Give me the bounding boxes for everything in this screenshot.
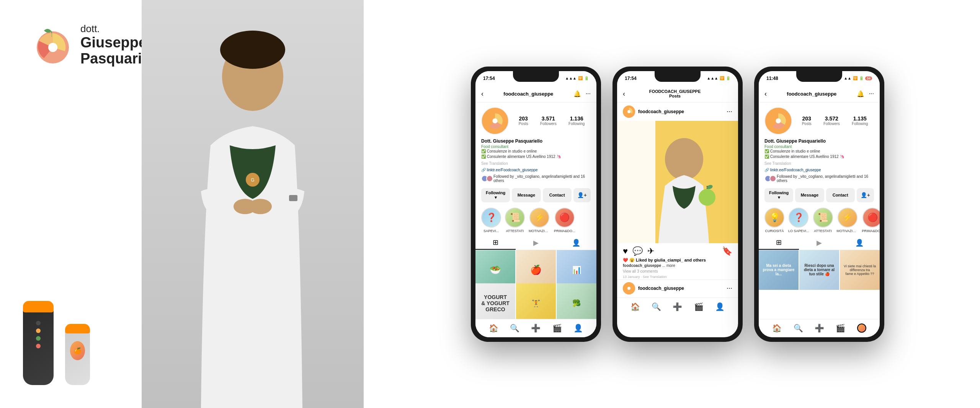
shaker-dot (36, 321, 41, 325)
add-icon-2[interactable]: ➕ (673, 302, 682, 311)
more-icon-1[interactable]: ··· (586, 90, 591, 97)
highlight-item-1c[interactable]: ⚡ MOTIVAZIO... (529, 208, 550, 233)
doctor-silhouette: G (142, 0, 364, 408)
post-comments-2[interactable]: View all 3 comments (617, 268, 738, 274)
reels-icon-3[interactable]: 🎬 (836, 323, 845, 333)
shaker-bottle-tall (23, 301, 54, 385)
highlight-circle-1b: 📜 (505, 208, 525, 228)
post-more-2b[interactable]: ··· (727, 284, 732, 292)
profile-name-3: Dott. Giuseppe Pasquariello (764, 138, 874, 144)
posts-label-1: Posts (519, 122, 528, 126)
following-button-1[interactable]: Following ▾ (481, 188, 510, 202)
reels-icon-1[interactable]: 🎬 (552, 323, 562, 333)
grid-tab-posts-3[interactable]: ⊞ (759, 236, 799, 250)
search-icon-1[interactable]: 🔍 (510, 323, 519, 333)
grid-item-5[interactable]: 🏋️ (516, 283, 556, 319)
bottom-nav-1: 🏠 🔍 ➕ 🎬 👤 (475, 319, 596, 337)
search-icon-2[interactable]: 🔍 (652, 302, 661, 311)
message-button-1[interactable]: Message (512, 188, 541, 202)
highlight-item-1d[interactable]: 🔴 PRIMA&DO... (554, 208, 575, 233)
home-icon-2[interactable]: 🏠 (630, 302, 640, 311)
following-count-3: 1.135 (853, 115, 867, 122)
shaker-bottles: 🍊 (23, 301, 90, 385)
highlight-item-3b[interactable]: ❓ LO SAPEVI... (788, 208, 809, 233)
grid-tab-reels-3[interactable]: ▶ (799, 236, 839, 250)
grid-tab-tagged-1[interactable]: 👤 (556, 236, 596, 250)
contact-button-1[interactable]: Contact (543, 188, 572, 202)
message-button-3[interactable]: Message (795, 188, 824, 202)
bio-line2-3: ✅ Consulente alimentare US Avellino 1912… (764, 154, 874, 159)
followers-preview-1: Followed by _vito_cogliano, angelinafami… (481, 174, 591, 183)
save-icon-2[interactable]: 🔖 (722, 246, 732, 256)
highlight-item-1a[interactable]: ❓ SAPEVI... (481, 208, 501, 233)
photo-grid-1: 🥗 🍎 📊 YOGURT& YOGURTGRECO 🏋️ 🥦 (475, 250, 596, 319)
profile-avatar-1 (481, 107, 509, 135)
more-icon-3[interactable]: ··· (869, 90, 874, 97)
highlight-item-1b[interactable]: 📜 ATTESTATI (505, 208, 525, 233)
status-icons-1: ▲▲▲ 🛜 🔋 (565, 76, 589, 80)
following-button-3[interactable]: Following ▾ (764, 188, 793, 202)
post-avatar-2 (623, 106, 635, 118)
see-translation-1[interactable]: See Translation (481, 161, 508, 166)
grid-item-6[interactable]: 🥦 (557, 283, 596, 319)
highlight-label-3c: ATTESTATI (814, 229, 832, 233)
profile-icon-1[interactable]: 👤 (573, 323, 583, 333)
bell-icon-3[interactable]: 🔔 (857, 90, 864, 98)
grid-item-4[interactable]: YOGURT& YOGURTGRECO (475, 283, 515, 319)
grid-item-3-2[interactable]: Riesci dopo unadieta a tornare altuo sti… (799, 250, 839, 290)
action-buttons-3: Following ▾ Message Contact 👤+ (759, 186, 880, 205)
comment-icon-2[interactable]: 💬 (632, 246, 643, 256)
back-arrow-2[interactable]: ‹ (623, 90, 625, 98)
ig-nav-1: ‹ foodcoach_giuseppe 🔔 ··· (475, 86, 596, 102)
grid-tab-tagged-3[interactable]: 👤 (840, 236, 880, 250)
home-icon-3[interactable]: 🏠 (772, 323, 782, 333)
contact-button-3[interactable]: Contact (826, 188, 855, 202)
battery-icon-2: 🔋 (726, 76, 730, 80)
grid-item-3-3[interactable]: Vi siete mai chiesti ladifferenza trafam… (840, 250, 880, 290)
profile-title-3: Food consultant (764, 145, 874, 149)
person-button-1[interactable]: 👤+ (573, 188, 591, 202)
highlight-item-3e[interactable]: 🔴 PRIMA&DO... (862, 208, 880, 233)
reels-icon-2[interactable]: 🎬 (694, 302, 704, 311)
signal-icon: ▲▲▲ (565, 76, 577, 80)
person-button-3[interactable]: 👤+ (857, 188, 874, 202)
bell-icon-1[interactable]: 🔔 (573, 90, 581, 98)
profile-avatar-3 (764, 107, 792, 135)
followers-preview-3: Followed by _vito_cogliano, angelinafami… (764, 174, 874, 183)
grid-tab-reels-1[interactable]: ▶ (516, 236, 556, 250)
highlight-item-3a[interactable]: 💡 CURIOSITÀ (764, 208, 784, 233)
highlight-item-3c[interactable]: 📜 ATTESTATI (813, 208, 833, 233)
back-arrow-1[interactable]: ‹ (481, 90, 483, 98)
add-icon-3[interactable]: ➕ (815, 323, 824, 333)
grid-tab-posts-1[interactable]: ⊞ (475, 236, 516, 250)
profile-avatar-bottom-3[interactable] (857, 323, 866, 333)
svg-point-18 (699, 189, 715, 206)
highlight-circle-1c: ⚡ (529, 208, 549, 228)
profile-icon-2[interactable]: 👤 (715, 302, 725, 311)
grid-item-3-1[interactable]: Ma sei a dietaprova a mangiare la... (759, 250, 799, 290)
home-icon-1[interactable]: 🏠 (489, 323, 498, 333)
highlight-label-1c: MOTIVAZIO... (529, 229, 550, 233)
caption-more-2[interactable]: ... more (662, 263, 675, 268)
stat-posts-3: 203 Posts (802, 115, 812, 126)
following-label-1: Following (568, 122, 585, 126)
add-icon-1[interactable]: ➕ (531, 323, 541, 333)
post-likes-2: ❤️ 😮 Liked by giulia_ciampi_ and others (617, 258, 738, 263)
view-comments-2[interactable]: View all 3 comments (623, 269, 658, 273)
badge-3: 34 (865, 76, 872, 80)
post-more-2[interactable]: ··· (727, 107, 732, 115)
svg-point-14 (627, 110, 630, 113)
search-icon-3[interactable]: 🔍 (794, 323, 803, 333)
heart-icon-2[interactable]: ♥ (623, 246, 628, 256)
share-icon-2[interactable]: ✈ (647, 246, 654, 256)
svg-point-22 (627, 287, 630, 290)
caption-username-2: foodcoach_giuseppe (623, 263, 661, 268)
profile-link-1[interactable]: 🔗 linktr.ee/Foodcoach_giuseppe (481, 168, 591, 172)
highlight-item-3d[interactable]: ⚡ MOTIVAZIO... (837, 208, 858, 233)
stat-followers-3: 3.572 Followers (823, 115, 840, 126)
profile-link-3[interactable]: 🔗 linktr.ee/Foodcoach_giuseppe (764, 168, 874, 172)
back-arrow-3[interactable]: ‹ (764, 90, 767, 98)
see-translation-3[interactable]: See Translation (764, 161, 791, 166)
post-header-left-2: foodcoach_giuseppe (623, 106, 684, 118)
svg-point-2 (48, 43, 57, 52)
